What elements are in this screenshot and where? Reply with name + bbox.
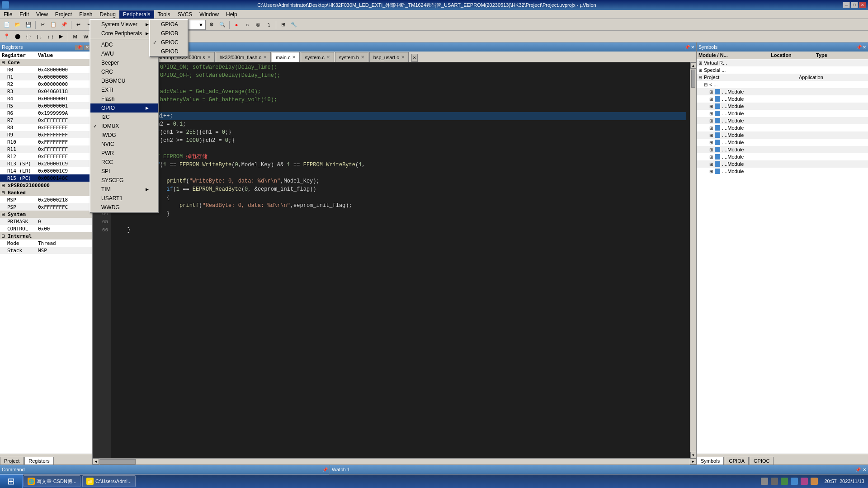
menu-overlay: System Viewer Core Peripherals ADC AWU B… [0, 0, 868, 488]
menu-item-awu[interactable]: AWU [90, 49, 158, 58]
menu-item-spi[interactable]: SPI [90, 167, 158, 176]
menu-item-gpioc[interactable]: GPIOC [150, 38, 188, 47]
menu-item-gpiod[interactable]: GPIOD [150, 47, 188, 56]
peripherals-dropdown-menu: System Viewer Core Peripherals ADC AWU B… [90, 19, 159, 213]
menu-item-beeper[interactable]: Beeper [90, 58, 158, 67]
menu-item-gpiob[interactable]: GPIOB [150, 29, 188, 38]
menu-item-iwdg[interactable]: IWDG [90, 131, 158, 140]
menu-item-syscfg[interactable]: SYSCFG [90, 176, 158, 185]
gpio-submenu: GPIOA GPIOB GPIOC GPIOD [149, 19, 189, 57]
menu-item-system-viewer[interactable]: System Viewer [90, 20, 158, 29]
menu-item-usart1[interactable]: USART1 [90, 194, 158, 203]
menu-item-core-peripherals[interactable]: Core Peripherals [90, 29, 158, 38]
menu-item-dbgmcu[interactable]: DBGMCU [90, 76, 158, 85]
menu-item-exti[interactable]: EXTI [90, 85, 158, 94]
menu-item-flash[interactable]: Flash [90, 94, 158, 103]
menu-item-nvic[interactable]: NVIC [90, 140, 158, 149]
menu-item-crc[interactable]: CRC [90, 67, 158, 76]
menu-item-adc[interactable]: ADC [90, 40, 158, 49]
menu-sep-1 [90, 39, 158, 39]
menu-item-tim[interactable]: TIM [90, 185, 158, 194]
menu-item-i2c[interactable]: I2C [90, 113, 158, 122]
menu-item-iomux[interactable]: IOMUX [90, 122, 158, 131]
menu-item-gpio[interactable]: GPIO [90, 103, 158, 113]
menu-item-rcc[interactable]: RCC [90, 158, 158, 167]
menu-item-wwdg[interactable]: WWDG [90, 203, 158, 212]
menu-item-gpioa[interactable]: GPIOA [150, 20, 188, 29]
menu-item-pwr[interactable]: PWR [90, 149, 158, 158]
